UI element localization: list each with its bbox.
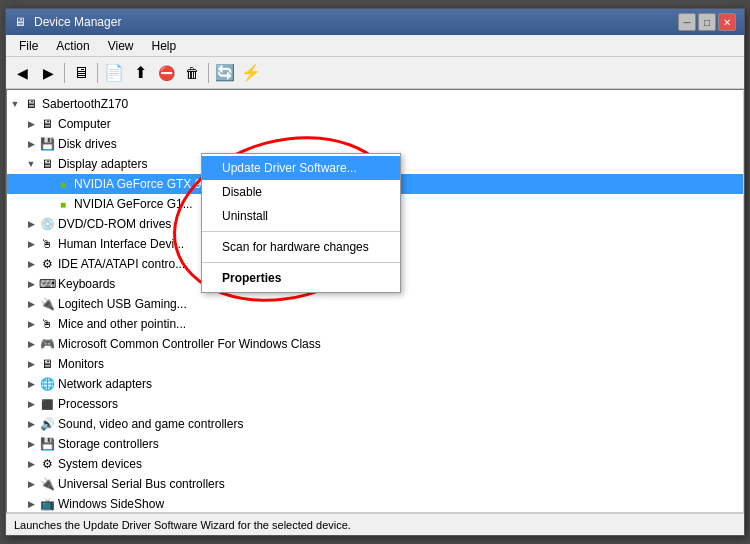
toolbar-sep3 xyxy=(208,63,209,83)
menu-file[interactable]: File xyxy=(10,36,47,56)
tree-item-monitors[interactable]: ▶ 🖥 Monitors xyxy=(7,354,743,374)
sound-label: Sound, video and game controllers xyxy=(58,417,243,431)
close-button[interactable]: ✕ xyxy=(718,13,736,31)
hid-expander[interactable]: ▶ xyxy=(23,236,39,252)
processors-icon: ⬛ xyxy=(39,396,55,412)
device-manager-window: 🖥 Device Manager ─ □ ✕ File Action View … xyxy=(5,8,745,536)
tree-item-processors[interactable]: ▶ ⬛ Processors xyxy=(7,394,743,414)
sideshow-expander[interactable]: ▶ xyxy=(23,496,39,512)
processors-expander[interactable]: ▶ xyxy=(23,396,39,412)
logitech-expander[interactable]: ▶ xyxy=(23,296,39,312)
display-expander[interactable]: ▼ xyxy=(23,156,39,172)
tree-item-logitech[interactable]: ▶ 🔌 Logitech USB Gaming... xyxy=(7,294,743,314)
menu-view[interactable]: View xyxy=(99,36,143,56)
tree-item-storage[interactable]: ▶ 💾 Storage controllers xyxy=(7,434,743,454)
toolbar-resources[interactable]: ⚡ xyxy=(239,61,263,85)
hid-icon: 🖱 xyxy=(39,236,55,252)
monitors-label: Monitors xyxy=(58,357,104,371)
dvd-icon: 💿 xyxy=(39,216,55,232)
toolbar-device-manager[interactable]: 🖥 xyxy=(69,61,93,85)
disk-label: Disk drives xyxy=(58,137,117,151)
toolbar-sep2 xyxy=(97,63,98,83)
nvidia2-expander xyxy=(39,196,55,212)
menu-help[interactable]: Help xyxy=(143,36,186,56)
display-label: Display adapters xyxy=(58,157,147,171)
toolbar-scan[interactable]: 🔄 xyxy=(213,61,237,85)
keyboards-icon: ⌨ xyxy=(39,276,55,292)
system-icon: ⚙ xyxy=(39,456,55,472)
nvidia2-icon: ■ xyxy=(55,196,71,212)
tree-item-network[interactable]: ▶ 🌐 Network adapters xyxy=(7,374,743,394)
nvidia2-label: NVIDIA GeForce G1... xyxy=(74,197,193,211)
mice-expander[interactable]: ▶ xyxy=(23,316,39,332)
window-controls: ─ □ ✕ xyxy=(678,13,736,31)
ctx-uninstall[interactable]: Uninstall xyxy=(202,204,400,228)
toolbar-uninstall[interactable]: 🗑 xyxy=(180,61,204,85)
menu-action[interactable]: Action xyxy=(47,36,98,56)
toolbar-sep1 xyxy=(64,63,65,83)
tree-item-controller[interactable]: ▶ 🎮 Microsoft Common Controller For Wind… xyxy=(7,334,743,354)
disk-icon: 💾 xyxy=(39,136,55,152)
root-label: SabertoothZ170 xyxy=(42,97,128,111)
controller-label: Microsoft Common Controller For Windows … xyxy=(58,337,321,351)
usb-expander[interactable]: ▶ xyxy=(23,476,39,492)
maximize-button[interactable]: □ xyxy=(698,13,716,31)
minimize-button[interactable]: ─ xyxy=(678,13,696,31)
system-expander[interactable]: ▶ xyxy=(23,456,39,472)
monitors-icon: 🖥 xyxy=(39,356,55,372)
tree-item-sound[interactable]: ▶ 🔊 Sound, video and game controllers xyxy=(7,414,743,434)
disk-expander[interactable]: ▶ xyxy=(23,136,39,152)
toolbar-back[interactable]: ◀ xyxy=(10,61,34,85)
window-title: Device Manager xyxy=(34,15,121,29)
storage-expander[interactable]: ▶ xyxy=(23,436,39,452)
controller-icon: 🎮 xyxy=(39,336,55,352)
toolbar-disable[interactable]: ⛔ xyxy=(154,61,178,85)
display-icon: 🖥 xyxy=(39,156,55,172)
sound-icon: 🔊 xyxy=(39,416,55,432)
toolbar-update-driver[interactable]: ⬆ xyxy=(128,61,152,85)
root-expander[interactable]: ▼ xyxy=(7,96,23,112)
menu-bar: File Action View Help xyxy=(6,35,744,57)
network-expander[interactable]: ▶ xyxy=(23,376,39,392)
ctx-properties[interactable]: Properties xyxy=(202,266,400,290)
usb-label: Universal Serial Bus controllers xyxy=(58,477,225,491)
ctx-sep2 xyxy=(202,262,400,263)
keyboards-expander[interactable]: ▶ xyxy=(23,276,39,292)
logitech-label: Logitech USB Gaming... xyxy=(58,297,187,311)
tree-item-usb[interactable]: ▶ 🔌 Universal Serial Bus controllers xyxy=(7,474,743,494)
tree-item-system[interactable]: ▶ ⚙ System devices xyxy=(7,454,743,474)
tree-item-computer[interactable]: ▶ 🖥 Computer xyxy=(7,114,743,134)
ctx-update-driver[interactable]: Update Driver Software... xyxy=(202,156,400,180)
tree-item-sideshow[interactable]: ▶ 📺 Windows SideShow xyxy=(7,494,743,513)
dvd-label: DVD/CD-ROM drives xyxy=(58,217,171,231)
computer-expander[interactable]: ▶ xyxy=(23,116,39,132)
usb-icon: 🔌 xyxy=(39,476,55,492)
title-bar-left: 🖥 Device Manager xyxy=(14,15,121,29)
sound-expander[interactable]: ▶ xyxy=(23,416,39,432)
toolbar-forward[interactable]: ▶ xyxy=(36,61,60,85)
status-text: Launches the Update Driver Software Wiza… xyxy=(14,519,351,531)
computer-label: Computer xyxy=(58,117,111,131)
content-area: ▼ 🖥 SabertoothZ170 ▶ 🖥 Computer ▶ 💾 Disk… xyxy=(6,89,744,513)
storage-label: Storage controllers xyxy=(58,437,159,451)
logitech-icon: 🔌 xyxy=(39,296,55,312)
hid-label: Human Interface Devi... xyxy=(58,237,184,251)
ctx-scan[interactable]: Scan for hardware changes xyxy=(202,235,400,259)
ide-expander[interactable]: ▶ xyxy=(23,256,39,272)
root-icon: 🖥 xyxy=(23,96,39,112)
tree-item-disk[interactable]: ▶ 💾 Disk drives xyxy=(7,134,743,154)
ide-icon: ⚙ xyxy=(39,256,55,272)
nvidia1-icon: ■ xyxy=(55,176,71,192)
dvd-expander[interactable]: ▶ xyxy=(23,216,39,232)
nvidia1-expander xyxy=(39,176,55,192)
system-label: System devices xyxy=(58,457,142,471)
network-label: Network adapters xyxy=(58,377,152,391)
monitors-expander[interactable]: ▶ xyxy=(23,356,39,372)
ctx-disable[interactable]: Disable xyxy=(202,180,400,204)
tree-item-mice[interactable]: ▶ 🖱 Mice and other pointin... xyxy=(7,314,743,334)
toolbar-properties[interactable]: 📄 xyxy=(102,61,126,85)
network-icon: 🌐 xyxy=(39,376,55,392)
processors-label: Processors xyxy=(58,397,118,411)
tree-root[interactable]: ▼ 🖥 SabertoothZ170 xyxy=(7,94,743,114)
controller-expander[interactable]: ▶ xyxy=(23,336,39,352)
